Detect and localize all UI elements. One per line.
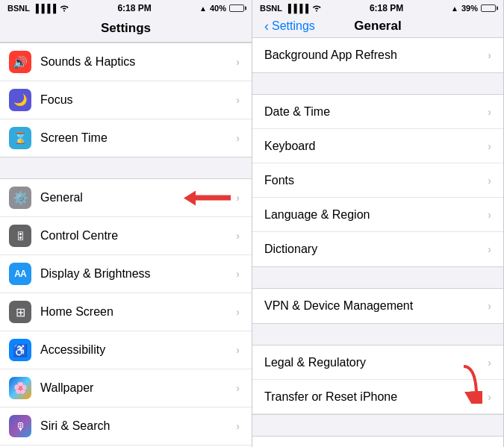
left-wifi-icon (59, 4, 69, 13)
back-label: Settings (272, 19, 315, 33)
left-battery-icon (229, 4, 244, 12)
home-chevron: › (236, 306, 240, 318)
fonts-chevron: › (488, 175, 491, 187)
vpn-chevron: › (488, 300, 491, 312)
right-title: General (354, 19, 401, 34)
accessibility-label: Accessibility (40, 343, 236, 357)
accessibility-chevron: › (236, 344, 240, 356)
general-red-arrow (193, 196, 231, 201)
sounds-chevron: › (236, 56, 240, 68)
sidebar-item-siri[interactable]: 🎙 Siri & Search › (0, 407, 252, 446)
keyboard-chevron: › (488, 140, 491, 152)
transfer-reset-chevron: › (488, 391, 491, 403)
right-status-bar: BSNL ▐▐▐▐ 6:18 PM ▲ 39% (252, 0, 503, 16)
language-label: Language & Region (264, 208, 488, 222)
left-carrier: BSNL (7, 4, 30, 13)
language-chevron: › (488, 209, 491, 221)
sidebar-item-home[interactable]: ⊞ Home Screen › (0, 293, 252, 331)
screen-time-chevron: › (236, 132, 240, 144)
home-label: Home Screen (40, 305, 236, 319)
display-icon: AA (9, 263, 31, 285)
left-time: 6:18 PM (117, 3, 151, 13)
right-item-transfer-reset[interactable]: Transfer or Reset iPhone › (252, 380, 503, 414)
right-item-date-time[interactable]: Date & Time › (252, 95, 503, 129)
right-group-4: Legal & Regulatory › Transfer or Reset i… (252, 345, 503, 415)
left-panel: BSNL ▐▐▐▐ 6:18 PM ▲ 40% Settings 🔊 Sound… (0, 0, 252, 447)
gap1 (0, 157, 252, 178)
right-location-icon: ▲ (451, 4, 458, 13)
left-settings-list[interactable]: 🔊 Sounds & Haptics › 🌙 Focus › ⌛ Screen … (0, 43, 252, 447)
sidebar-item-focus[interactable]: 🌙 Focus › (0, 81, 252, 119)
focus-icon: 🌙 (9, 89, 31, 111)
screen-time-label: Screen Time (40, 131, 236, 145)
keyboard-label: Keyboard (264, 140, 488, 153)
siri-label: Siri & Search (40, 419, 236, 433)
legal-label: Legal & Regulatory (264, 356, 488, 369)
siri-chevron: › (236, 420, 240, 432)
dictionary-chevron: › (488, 243, 491, 255)
wallpaper-chevron: › (236, 382, 240, 394)
right-gap1 (252, 73, 503, 94)
control-icon: 🎛 (9, 225, 31, 247)
dictionary-label: Dictionary (264, 243, 488, 256)
sounds-label: Sounds & Haptics (40, 55, 236, 69)
left-status-bar: BSNL ▐▐▐▐ 6:18 PM ▲ 40% (0, 0, 252, 16)
left-location-icon: ▲ (199, 4, 207, 13)
left-battery-percent: 40% (210, 4, 226, 13)
right-status-left: BSNL ▐▐▐▐ (260, 4, 322, 13)
right-header: ‹ Settings General (252, 16, 503, 38)
background-refresh-chevron: › (488, 49, 491, 61)
accessibility-icon: ♿ (9, 339, 31, 361)
right-item-legal[interactable]: Legal & Regulatory › (252, 346, 503, 380)
sidebar-item-control[interactable]: 🎛 Control Centre › (0, 217, 252, 255)
right-item-background-refresh[interactable]: Background App Refresh › (252, 38, 503, 72)
siri-icon: 🎙 (9, 415, 31, 437)
control-chevron: › (236, 230, 240, 242)
right-item-language[interactable]: Language & Region › (252, 198, 503, 232)
right-carrier: BSNL (260, 4, 282, 13)
sidebar-item-general[interactable]: ⚙️ General › (0, 179, 252, 217)
wallpaper-icon: 🌸 (9, 377, 31, 399)
left-status-left: BSNL ▐▐▐▐ (7, 4, 69, 13)
display-label: Display & Brightness (40, 267, 236, 281)
fonts-label: Fonts (264, 174, 488, 187)
legal-chevron: › (488, 357, 491, 369)
wallpaper-label: Wallpaper (40, 381, 236, 395)
left-group-system: ⚙️ General › 🎛 Control Centre › AA Disp (0, 178, 252, 447)
right-item-vpn[interactable]: VPN & Device Management › (252, 289, 503, 323)
background-refresh-label: Background App Refresh (264, 49, 488, 62)
sidebar-item-accessibility[interactable]: ♿ Accessibility › (0, 331, 252, 369)
general-icon: ⚙️ (9, 187, 31, 209)
date-time-chevron: › (488, 106, 491, 118)
right-group-3: VPN & Device Management › (252, 288, 503, 324)
right-signal-icon: ▐▐▐▐ (285, 4, 308, 13)
left-group-audio: 🔊 Sounds & Haptics › 🌙 Focus › ⌛ Screen … (0, 43, 252, 157)
right-panel: BSNL ▐▐▐▐ 6:18 PM ▲ 39% ‹ Settings Gener… (252, 0, 504, 447)
back-chevron-icon: ‹ (264, 19, 269, 33)
right-settings-list[interactable]: Background App Refresh › Date & Time › K… (252, 38, 503, 447)
general-chevron: › (236, 192, 240, 204)
right-time: 6:18 PM (370, 3, 403, 13)
right-item-dictionary[interactable]: Dictionary › (252, 232, 503, 266)
sidebar-item-display[interactable]: AA Display & Brightness › (0, 255, 252, 293)
left-status-right: ▲ 40% (199, 4, 244, 13)
right-item-fonts[interactable]: Fonts › (252, 163, 503, 198)
date-time-label: Date & Time (264, 105, 488, 119)
transfer-reset-label: Transfer or Reset iPhone (264, 390, 488, 404)
right-group-2: Date & Time › Keyboard › Fonts › Languag… (252, 94, 503, 267)
sidebar-item-wallpaper[interactable]: 🌸 Wallpaper › (0, 369, 252, 407)
home-icon: ⊞ (9, 301, 31, 323)
left-header: Settings (0, 16, 252, 43)
display-chevron: › (236, 268, 240, 280)
sidebar-item-sounds[interactable]: 🔊 Sounds & Haptics › (0, 43, 252, 81)
right-gap3 (252, 324, 503, 345)
back-button[interactable]: ‹ Settings (264, 19, 315, 33)
right-battery-icon (481, 4, 496, 12)
sidebar-item-screen-time[interactable]: ⌛ Screen Time › (0, 119, 252, 157)
right-gap2 (252, 267, 503, 288)
right-item-keyboard[interactable]: Keyboard › (252, 129, 503, 163)
left-title: Settings (12, 21, 240, 36)
right-item-shutdown[interactable]: Shut Down (252, 436, 503, 447)
focus-chevron: › (236, 94, 240, 106)
right-wifi-icon (311, 4, 322, 13)
